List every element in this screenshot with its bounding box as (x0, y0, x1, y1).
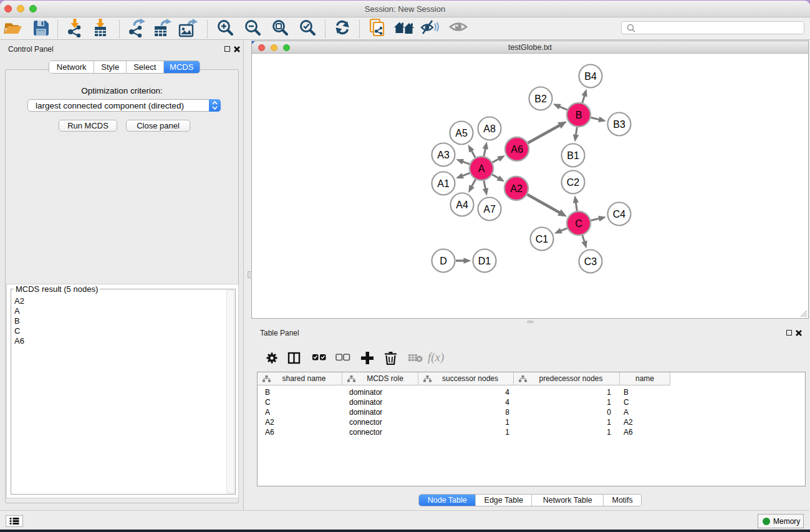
svg-text:C: C (575, 218, 582, 229)
svg-text:A7: A7 (483, 204, 496, 215)
svg-text:C3: C3 (584, 256, 597, 267)
svg-text:B: B (576, 110, 582, 120)
svg-text:C4: C4 (613, 209, 626, 220)
svg-text:B2: B2 (534, 94, 547, 104)
svg-text:A3: A3 (437, 150, 450, 160)
svg-text:A5: A5 (455, 128, 468, 138)
svg-text:B1: B1 (567, 150, 579, 161)
svg-text:A: A (478, 163, 485, 174)
svg-text:A6: A6 (511, 144, 523, 155)
svg-text:A1: A1 (437, 178, 450, 189)
svg-text:B4: B4 (584, 71, 597, 82)
svg-text:C1: C1 (536, 234, 549, 244)
svg-text:B3: B3 (613, 119, 625, 130)
svg-text:A4: A4 (456, 200, 468, 210)
svg-text:D: D (440, 256, 447, 266)
svg-text:D1: D1 (478, 256, 491, 266)
svg-text:C2: C2 (567, 177, 580, 188)
svg-text:A2: A2 (510, 183, 523, 194)
svg-text:A8: A8 (483, 123, 496, 134)
